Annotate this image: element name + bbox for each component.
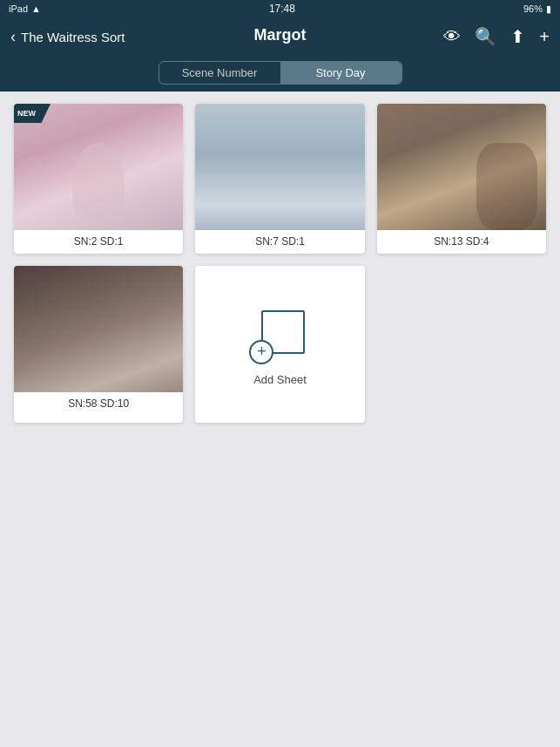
add-sheet-icon: +: [249, 303, 310, 364]
share-icon[interactable]: ⬆: [510, 26, 525, 47]
wifi-icon: ▲: [31, 3, 41, 14]
card-4-label: SN:58 SD:10: [14, 392, 183, 416]
segmented-control: Scene Number Story Day: [0, 56, 560, 92]
card-3-image: [377, 104, 546, 230]
status-bar-right: 96% ▮: [523, 3, 551, 15]
add-sheet-card[interactable]: + Add Sheet: [195, 266, 364, 423]
card-2-label: SN:7 SD:1: [195, 230, 364, 254]
back-button[interactable]: ‹ The Waitress Sort: [10, 28, 125, 46]
search-icon[interactable]: 🔍: [475, 26, 496, 47]
content-grid: NEW SN:2 SD:1 SN:7 SD:1 SN:13 SD:4 SN:58…: [0, 92, 560, 435]
card-2-image: [195, 104, 364, 230]
segmented-inner: Scene Number Story Day: [159, 61, 402, 85]
navbar: ‹ The Waitress Sort Margot 👁 🔍 ⬆ +: [0, 17, 560, 56]
status-bar: iPad ▲ 17:48 96% ▮: [0, 0, 560, 17]
segment-story-day[interactable]: Story Day: [280, 62, 401, 84]
battery-icon: ▮: [546, 3, 551, 15]
add-icon[interactable]: +: [539, 27, 550, 47]
eye-icon[interactable]: 👁: [443, 27, 461, 47]
back-label: The Waitress Sort: [21, 30, 125, 44]
add-sheet-plus-icon: +: [249, 340, 273, 364]
segment-scene-number[interactable]: Scene Number: [159, 62, 280, 84]
card-1-label: SN:2 SD:1: [14, 230, 183, 254]
battery-label: 96%: [523, 3, 543, 14]
navbar-actions: 👁 🔍 ⬆ +: [443, 26, 550, 47]
navbar-title: Margot: [254, 26, 307, 44]
status-bar-time: 17:48: [269, 3, 295, 15]
card-1[interactable]: NEW SN:2 SD:1: [14, 104, 183, 254]
card-1-image: NEW: [14, 104, 183, 230]
card-4-image: [14, 266, 183, 392]
add-sheet-label: Add Sheet: [253, 373, 307, 386]
back-chevron-icon: ‹: [10, 28, 16, 46]
status-bar-left: iPad ▲: [9, 3, 41, 14]
card-3[interactable]: SN:13 SD:4: [377, 104, 546, 254]
new-badge-1: NEW: [14, 104, 51, 123]
card-2[interactable]: SN:7 SD:1: [195, 104, 364, 254]
device-label: iPad: [9, 3, 28, 14]
card-4[interactable]: SN:58 SD:10: [14, 266, 183, 423]
card-3-label: SN:13 SD:4: [377, 230, 546, 254]
